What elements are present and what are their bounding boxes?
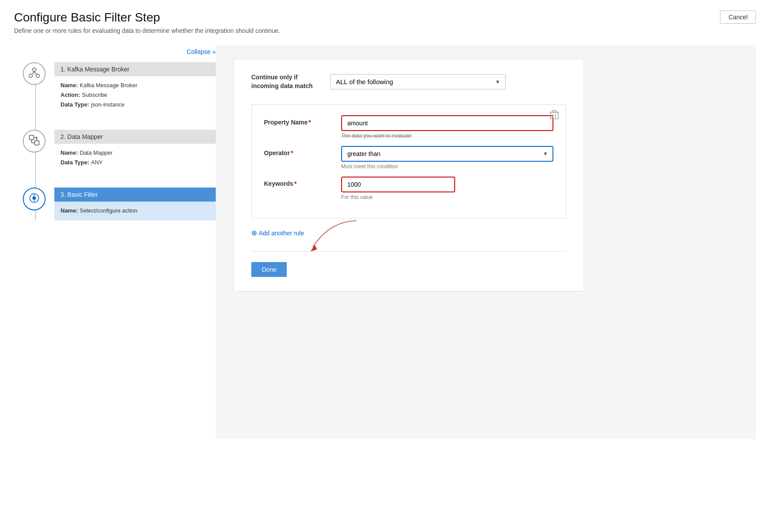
operator-select[interactable]: greater than less than equals not equals… xyxy=(341,146,553,162)
node-card-1: 1. Kafka Message Broker Name:Kafka Messa… xyxy=(54,62,216,114)
keywords-row: Keywords* For this value xyxy=(264,177,553,200)
operator-hint: Must meet this condition xyxy=(341,163,553,170)
page-subtitle: Define one or more rules for evaluating … xyxy=(14,27,280,34)
keywords-input-wrap: For this value xyxy=(341,177,553,200)
node-circle-2 xyxy=(23,130,46,153)
page-title: Configure Basic Filter Step xyxy=(14,11,280,25)
sidebar: Collapse « xyxy=(14,45,216,439)
step-2-body: Name:Data Mapper Data Type:ANY xyxy=(54,144,216,172)
svg-point-2 xyxy=(36,74,39,78)
keywords-input[interactable] xyxy=(341,177,455,192)
operator-wrapper[interactable]: greater than less than equals not equals… xyxy=(341,146,553,162)
node-card-2: 2. Data Mapper Name:Data Mapper Data Typ… xyxy=(54,130,216,172)
step-1-body: Name:Kafka Message Broker Action:Subscri… xyxy=(54,76,216,114)
svg-rect-6 xyxy=(35,141,39,145)
basic-filter-icon xyxy=(29,192,40,206)
property-name-row: Property Name* The data you want to eval… xyxy=(264,115,553,139)
content-panel: Continue only ifincoming data match ALL … xyxy=(216,45,756,439)
add-rule-plus-icon: ⊕ xyxy=(251,229,257,237)
timeline: 1. Kafka Message Broker Name:Kafka Messa… xyxy=(14,62,216,220)
property-name-input-wrap: The data you want to evaluate xyxy=(341,115,553,139)
required-star-3: * xyxy=(294,180,296,187)
operator-row: Operator* greater than less than equals … xyxy=(264,146,553,170)
timeline-item-1: 1. Kafka Message Broker Name:Kafka Messa… xyxy=(23,62,216,114)
node-card-3: 3. Basic Filter Name:Select/configure ac… xyxy=(54,188,216,220)
svg-point-12 xyxy=(32,196,36,200)
match-label: Continue only ifincoming data match xyxy=(251,73,321,90)
node-circle-3 xyxy=(23,188,46,210)
property-name-input[interactable] xyxy=(341,115,553,131)
match-row: Continue only ifincoming data match ALL … xyxy=(251,73,566,90)
step-3-body: Name:Select/configure action xyxy=(54,202,216,220)
cancel-button[interactable]: Cancel xyxy=(720,11,756,24)
property-name-label: Property Name* xyxy=(264,115,334,126)
match-select-wrapper[interactable]: ALL of the following ANY of the followin… xyxy=(330,74,506,89)
arrow-annotation xyxy=(286,216,365,256)
delete-rule-button[interactable] xyxy=(550,110,559,122)
node-circle-1 xyxy=(23,62,46,85)
required-star-2: * xyxy=(291,149,293,156)
match-select[interactable]: ALL of the following ANY of the followin… xyxy=(330,74,506,89)
svg-line-4 xyxy=(34,71,36,74)
svg-rect-5 xyxy=(29,135,34,140)
data-mapper-icon xyxy=(29,135,40,148)
step-1-header: 1. Kafka Message Broker xyxy=(54,62,216,76)
required-star-1: * xyxy=(309,119,311,126)
keywords-hint: For this value xyxy=(341,194,553,200)
keywords-label: Keywords* xyxy=(264,177,334,187)
filter-config: Continue only ifincoming data match ALL … xyxy=(233,59,584,291)
step-2-header: 2. Data Mapper xyxy=(54,130,216,144)
step-3-header: 3. Basic Filter xyxy=(54,188,216,202)
svg-point-1 xyxy=(29,74,32,78)
collapse-button[interactable]: Collapse « xyxy=(187,48,216,55)
operator-input-wrap: greater than less than equals not equals… xyxy=(341,146,553,170)
svg-point-0 xyxy=(32,68,36,71)
kafka-icon xyxy=(28,67,40,81)
done-button[interactable]: Done xyxy=(251,262,287,277)
operator-label: Operator* xyxy=(264,146,334,156)
property-name-hint: The data you want to evaluate xyxy=(341,133,553,139)
timeline-item-2: 2. Data Mapper Name:Data Mapper Data Typ… xyxy=(23,130,216,172)
timeline-item-3: 3. Basic Filter Name:Select/configure ac… xyxy=(23,188,216,220)
svg-rect-19 xyxy=(553,110,556,112)
rule-box: Property Name* The data you want to eval… xyxy=(251,104,566,218)
done-section: Done xyxy=(251,251,566,277)
svg-line-3 xyxy=(32,71,34,74)
svg-rect-15 xyxy=(550,112,558,119)
